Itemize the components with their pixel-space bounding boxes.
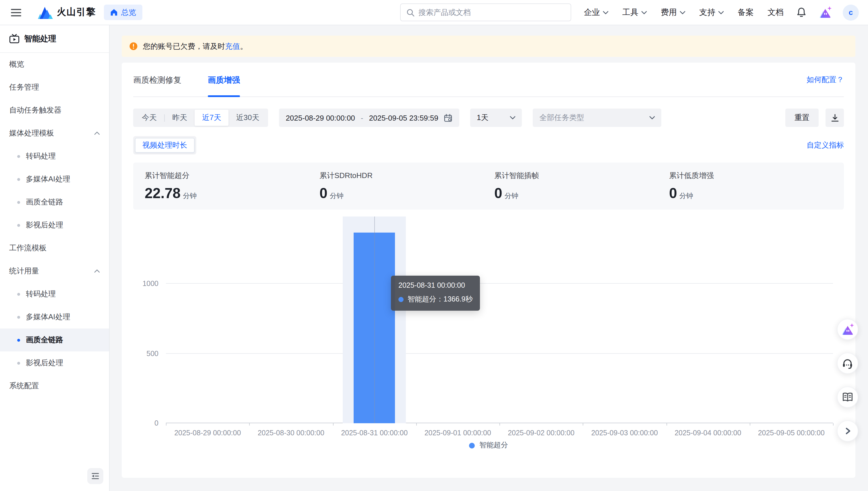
headset-icon <box>842 357 854 369</box>
recharge-link[interactable]: 充值 <box>225 41 240 50</box>
bullet-icon <box>17 224 20 227</box>
chevron-down-icon <box>510 116 516 119</box>
usage-bar-chart: 2025-08-31 00:00:00 智能超分：1366.9秒 0500100… <box>133 216 844 423</box>
ai-assistant-button[interactable] <box>819 6 832 19</box>
topnav-menu-item[interactable]: 工具 <box>622 7 647 18</box>
book-icon <box>842 392 854 403</box>
metric-chip-video-duration[interactable]: 视频处理时长 <box>135 138 194 153</box>
brand-logo[interactable]: 火山引擎 <box>38 6 96 19</box>
topnav-menu-item[interactable]: 文档 <box>768 7 784 18</box>
metric-chip-group: 视频处理时长 <box>133 136 196 154</box>
topnav-menu: 企业 工具 费用 支持 备案 文档 <box>584 7 784 18</box>
sidebar-item-stats-transcode[interactable]: 转码处理 <box>0 283 109 306</box>
bullet-icon <box>17 178 20 181</box>
x-axis-label: 2025-09-03 00:00:00 <box>583 429 666 437</box>
search-box[interactable] <box>400 3 571 21</box>
notification-button[interactable] <box>796 7 807 18</box>
bullet-icon <box>17 316 20 318</box>
avatar[interactable]: c <box>843 4 859 20</box>
volcano-logo-icon <box>38 6 53 19</box>
axis-pointer-line <box>374 216 375 423</box>
search-icon <box>407 8 415 17</box>
legend-dot <box>469 442 475 448</box>
stat-sdr-to-hdr: 累计SDRtoHDR 0分钟 <box>320 171 494 202</box>
x-axis-label: 2025-08-30 00:00:00 <box>249 429 333 437</box>
sidebar-item-stats-quality-chain[interactable]: 画质全链路 <box>0 328 109 351</box>
chevron-up-icon <box>94 269 100 273</box>
granularity-select[interactable]: 1天 <box>471 109 522 127</box>
stats-panel: 累计智能超分 22.78分钟 累计SDRtoHDR 0分钟 累计智能插帧 0分钟… <box>133 163 844 210</box>
topnav-menu-item[interactable]: 支持 <box>699 7 724 18</box>
x-axis-tick <box>833 423 834 426</box>
sidebar-group-media-templates[interactable]: 媒体处理模板 <box>0 122 109 145</box>
sidebar-item-overview[interactable]: 概览 <box>0 53 109 76</box>
chart-legend[interactable]: 智能超分 <box>133 440 844 450</box>
tabs-row: 画质检测修复 画质增强 如何配置？ <box>133 63 844 97</box>
support-fab[interactable] <box>837 353 858 374</box>
hamburger-menu-button[interactable] <box>9 5 23 19</box>
sidebar-item-task-management[interactable]: 任务管理 <box>0 76 109 99</box>
topnav-icons <box>796 6 832 19</box>
ai-assistant-icon <box>841 323 855 336</box>
x-axis-tick <box>333 423 333 426</box>
date-separator: - <box>361 113 363 122</box>
home-icon <box>110 9 118 16</box>
billing-alert-banner: 您的账号已欠费，请及时充值。 <box>122 36 856 57</box>
how-to-configure-link[interactable]: 如何配置？ <box>807 75 844 85</box>
sidebar-group-usage-stats[interactable]: 统计用量 <box>0 260 109 283</box>
task-type-select[interactable]: 全部任务类型 <box>533 109 662 127</box>
x-axis-tick <box>583 423 583 426</box>
download-button[interactable] <box>826 109 844 127</box>
overview-badge-label: 总览 <box>121 7 136 18</box>
tab-quality-detect-repair[interactable]: 画质检测修复 <box>133 62 181 97</box>
topnav-menu-item[interactable]: 企业 <box>584 7 608 18</box>
bullet-icon <box>17 339 20 341</box>
x-axis-tick <box>750 423 750 426</box>
date-start: 2025-08-29 00:00:00 <box>286 113 355 122</box>
x-axis-label: 2025-09-04 00:00:00 <box>666 429 750 437</box>
preset-last-30-days[interactable]: 近30天 <box>229 110 267 126</box>
chevron-down-icon <box>650 116 655 119</box>
preset-today[interactable]: 今天 <box>134 110 164 126</box>
bullet-icon <box>17 293 20 295</box>
date-preset-segmented: 今天 昨天 近7天 近30天 <box>133 109 268 127</box>
sidebar: 智能处理 概览 任务管理 自动任务触发器 媒体处理模板 转码处理 多媒体AI处理… <box>0 25 110 491</box>
brand-name: 火山引擎 <box>57 6 96 18</box>
metric-chip-row: 视频处理时长 自定义指标 <box>133 136 844 154</box>
chevron-down-icon <box>718 11 724 14</box>
x-axis-label: 2025-08-31 00:00:00 <box>333 429 416 437</box>
y-axis-label: 1000 <box>133 279 158 288</box>
sidebar-item-multimedia-ai[interactable]: 多媒体AI处理 <box>0 168 109 191</box>
collapse-toolbar-fab[interactable] <box>837 421 858 442</box>
topnav: 火山引擎 总览 企业 工具 费用 支持 备案 文档 <box>0 0 868 25</box>
sidebar-item-transcode[interactable]: 转码处理 <box>0 145 109 168</box>
tab-quality-enhance[interactable]: 画质增强 <box>208 62 240 97</box>
sidebar-item-auto-trigger[interactable]: 自动任务触发器 <box>0 99 109 122</box>
ai-assistant-fab[interactable] <box>837 319 858 340</box>
date-end: 2025-09-05 23:59:59 <box>369 113 438 122</box>
stats-card: 画质检测修复 画质增强 如何配置？ 今天 昨天 近7天 近30天 2025-08… <box>122 63 856 478</box>
sidebar-item-stats-post-production[interactable]: 影视后处理 <box>0 351 109 374</box>
x-axis-label: 2025-08-29 00:00:00 <box>166 429 249 437</box>
sidebar-item-system-config[interactable]: 系统配置 <box>0 374 109 397</box>
preset-last-7-days[interactable]: 近7天 <box>194 110 229 126</box>
grid-line <box>166 353 833 353</box>
search-input[interactable] <box>419 8 565 17</box>
overview-badge[interactable]: 总览 <box>104 5 142 20</box>
custom-metrics-link[interactable]: 自定义指标 <box>807 140 844 150</box>
hamburger-icon <box>11 8 21 17</box>
preset-yesterday[interactable]: 昨天 <box>165 110 194 126</box>
warning-icon <box>129 42 138 51</box>
sidebar-item-stats-multimedia-ai[interactable]: 多媒体AI处理 <box>0 306 109 328</box>
x-axis-label: 2025-09-02 00:00:00 <box>500 429 583 437</box>
reset-button[interactable]: 重置 <box>785 109 819 127</box>
topnav-menu-item[interactable]: 备案 <box>738 7 754 18</box>
sidebar-item-workflow-templates[interactable]: 工作流模板 <box>0 237 109 260</box>
docs-fab[interactable] <box>837 386 858 408</box>
sidebar-item-quality-chain[interactable]: 画质全链路 <box>0 191 109 213</box>
topnav-menu-item[interactable]: 费用 <box>661 7 685 18</box>
date-range-picker[interactable]: 2025-08-29 00:00:00 - 2025-09-05 23:59:5… <box>279 109 459 127</box>
stat-low-quality-enhance: 累计低质增强 0分钟 <box>669 171 844 202</box>
sidebar-collapse-button[interactable] <box>87 468 103 484</box>
sidebar-item-post-production[interactable]: 影视后处理 <box>0 213 109 237</box>
